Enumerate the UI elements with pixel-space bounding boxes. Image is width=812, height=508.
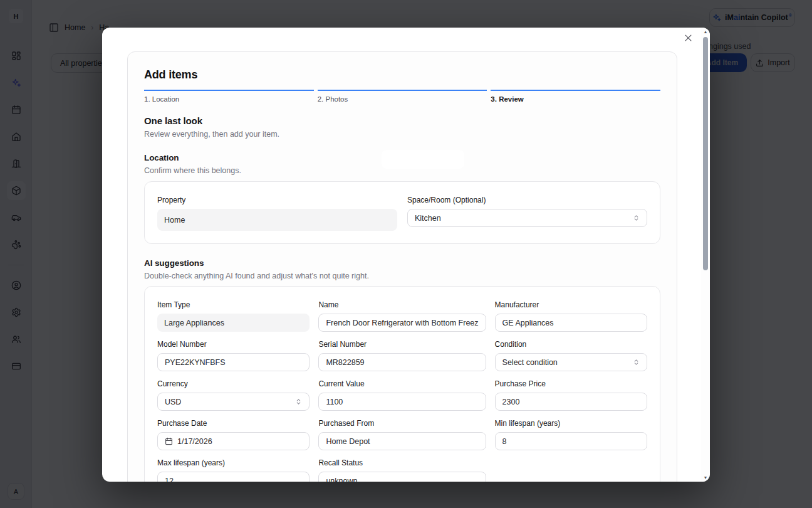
property-input[interactable]: Home [157,209,397,231]
ai-suggestions-heading: AI suggestions [144,258,660,268]
purchase-price-field: Purchase Price 2300 [495,379,647,411]
manufacturer-input[interactable]: GE Appliances [495,314,647,332]
model-number-field: Model Number PYE22KYNFBFS [157,340,310,371]
name-input[interactable]: French Door Refrigerator with Bottom Fre… [318,314,486,332]
model-number-input[interactable]: PYE22KYNFBFS [157,353,310,371]
modal-scrollbar[interactable]: ▲ ▼ [701,28,710,482]
purchase-date-field: Purchase Date 1/17/2026 [157,419,310,450]
recall-status-field: Recall Status unknown [318,458,486,482]
space-room-label: Space/Room (Optional) [407,196,647,204]
purchase-date-input[interactable]: 1/17/2026 [157,432,310,450]
max-lifespan-input[interactable]: 12 [157,472,310,482]
recall-status-input[interactable]: unknown [318,472,486,482]
name-field: Name French Door Refrigerator with Botto… [318,300,486,332]
min-lifespan-field: Min lifespan (years) 8 [495,419,647,450]
chevrons-up-down-icon [633,359,640,366]
condition-select[interactable]: Select condition [495,353,647,371]
add-items-modal: ▲ ▼ Add items 1. Location 2. Photos 3. R… [102,28,710,482]
review-subheading: Review everything, then add your item. [144,130,660,139]
property-field: Property Home [157,196,397,231]
current-value-input[interactable]: 1100 [318,393,486,411]
serial-number-field: Serial Number MR822859 [318,340,486,371]
current-value-field: Current Value 1100 [318,379,486,411]
item-type-field: Item Type Large Appliances [157,300,310,332]
step-review[interactable]: 3. Review [491,90,660,103]
ai-suggestions-card: Item Type Large Appliances Name French D… [144,286,660,482]
chevrons-up-down-icon [633,214,640,221]
calendar-icon [165,437,173,445]
location-card: Property Home Space/Room (Optional) Kitc… [144,181,660,244]
chevrons-up-down-icon [295,398,302,405]
close-icon[interactable] [684,33,695,45]
min-lifespan-input[interactable]: 8 [495,432,647,450]
currency-select[interactable]: USD [157,393,310,411]
max-lifespan-field: Max lifespan (years) 12 [157,458,310,482]
space-room-select[interactable]: Kitchen [407,209,647,227]
item-type-input[interactable]: Large Appliances [157,314,310,332]
wizard-stepper: 1. Location 2. Photos 3. Review [144,90,660,103]
purchased-from-input[interactable]: Home Depot [318,432,486,450]
property-label: Property [157,196,397,204]
review-heading: One last look [144,115,660,126]
scrollbar-thumb[interactable] [703,37,708,270]
serial-number-input[interactable]: MR822859 [318,353,486,371]
step-photos[interactable]: 2. Photos [318,90,487,103]
modal-title: Add items [144,68,660,82]
condition-field: Condition Select condition [495,340,647,371]
space-room-field: Space/Room (Optional) Kitchen [407,196,647,231]
currency-field: Currency USD [157,379,310,411]
purchase-price-input[interactable]: 2300 [495,393,647,411]
purchased-from-field: Purchased From Home Depot [318,419,486,450]
step-location[interactable]: 1. Location [144,90,314,103]
ai-suggestions-subheading: Double-check anything AI found and adjus… [144,272,660,280]
wizard-card: Add items 1. Location 2. Photos 3. Revie… [127,51,677,482]
loading-shimmer [382,150,464,169]
manufacturer-field: Manufacturer GE Appliances [495,300,647,332]
